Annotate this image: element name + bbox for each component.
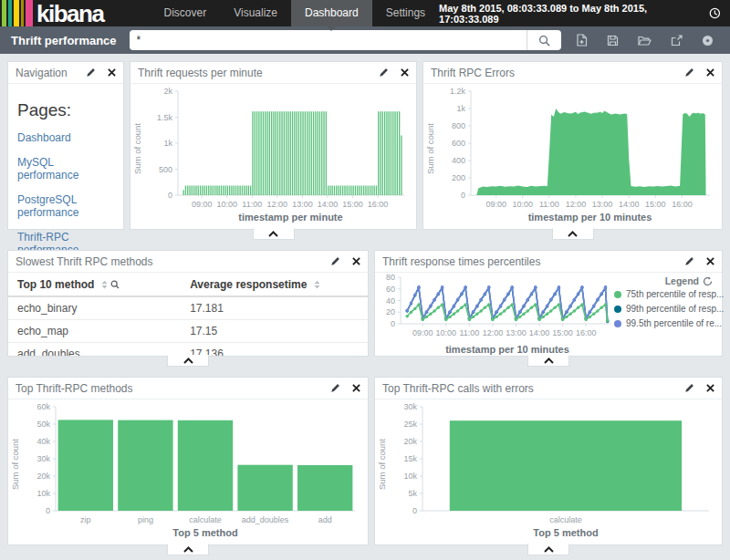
topnav-item-visualize[interactable]: Visualize [220,0,291,26]
close-panel-icon[interactable] [352,257,360,265]
time-range-picker[interactable]: May 8th 2015, 08:03:33.089 to May 8th 20… [439,0,730,26]
chevron-up-icon [183,358,193,364]
dashboard-toolbar [576,34,719,47]
svg-text:12:00: 12:00 [566,200,587,209]
svg-text:60k: 60k [36,402,50,411]
requests-bar-chart[interactable]: 05001k1.5k2k09:0010:0011:0012:0013:0014:… [143,86,410,212]
calls-with-errors-bar-chart[interactable]: 05k10k15k20k25k30kcalculate [388,401,714,527]
filter-icon[interactable] [702,35,714,47]
topnav-item-settings[interactable]: Settings [372,0,439,26]
legend-toggle[interactable]: Legend [614,275,713,286]
svg-text:12:00: 12:00 [483,328,504,337]
svg-text:10:00: 10:00 [436,328,457,337]
close-panel-icon[interactable] [108,68,116,77]
svg-text:0: 0 [168,191,172,200]
panel-title: Top Thrift-RPC methods [16,382,330,395]
page-link-postgresql-performance[interactable]: PostgreSQL performance [17,193,114,219]
topnav-item-discover[interactable]: Discover [151,0,221,26]
slowest-methods-table: Top 10 method Average responsetime [8,273,368,356]
panel-calls-with-errors: Top Thrift-RPC calls with errors Sum of … [374,377,723,545]
column-header-responsetime[interactable]: Average responsetime [181,273,368,296]
close-panel-icon[interactable] [401,68,409,77]
table-row: echo_binary17.181 [8,296,368,320]
percentiles-line-chart[interactable]: 02040608009:0010:0011:0012:0013:0014:001… [375,273,614,340]
query-input[interactable] [130,30,527,50]
svg-text:800: 800 [452,121,465,130]
svg-text:60: 60 [386,285,395,294]
page-link-mysql-performance[interactable]: MySQL performance [17,156,114,181]
panel-collapse-toggle[interactable] [253,228,295,240]
save-dashboard-icon[interactable] [607,35,619,47]
svg-text:ping: ping [138,515,153,524]
svg-text:0: 0 [46,506,50,515]
close-panel-icon[interactable] [706,384,714,392]
svg-text:14:00: 14:00 [529,328,550,337]
svg-text:12:00: 12:00 [267,200,288,209]
close-panel-icon[interactable] [706,257,714,265]
panel-title: Thrift response times percentiles [382,255,684,268]
svg-text:11:00: 11:00 [539,200,559,209]
svg-text:14:00: 14:00 [619,200,640,209]
page-links: DashboardMySQL performancePostgreSQL per… [17,131,114,256]
svg-text:11:00: 11:00 [242,200,262,209]
edit-panel-icon[interactable] [684,383,694,393]
errors-area-chart[interactable]: 02004006008001k1.2k09:0010:0011:0012:001… [436,86,715,212]
panel-collapse-toggle[interactable] [167,544,209,555]
legend-item[interactable]: 99.5th percentile of re... [614,318,713,328]
pages-heading: Pages: [17,100,114,120]
svg-text:10k: 10k [36,489,50,498]
kibana-logo[interactable]: kibana [0,0,151,26]
svg-text:zip: zip [80,515,91,524]
panel-collapse-toggle[interactable] [552,228,594,240]
panel-collapse-toggle[interactable] [167,355,209,367]
y-axis-title: Sum of count [8,401,21,527]
svg-text:add: add [318,515,332,524]
svg-text:10:00: 10:00 [513,200,534,209]
page-link-dashboard[interactable]: Dashboard [17,131,114,144]
edit-panel-icon[interactable] [86,67,96,78]
svg-text:25k: 25k [403,420,417,429]
method-cell: echo_map [8,320,181,343]
svg-text:09:00: 09:00 [412,328,433,337]
svg-text:13:00: 13:00 [292,200,313,209]
svg-text:20k: 20k [403,437,417,446]
legend-color-dot-icon [614,320,621,327]
svg-text:1k: 1k [456,104,465,113]
edit-panel-icon[interactable] [379,67,389,78]
sort-icon [314,280,320,289]
svg-text:30k: 30k [403,402,417,411]
edit-panel-icon[interactable] [684,256,694,266]
new-dashboard-icon[interactable] [576,34,588,47]
svg-text:0: 0 [412,506,417,515]
edit-panel-icon[interactable] [330,383,340,393]
top-methods-bar-chart[interactable]: 010k20k30k40k50k60kzippingcalculateadd_d… [21,401,360,527]
chevron-up-icon [268,231,278,237]
svg-text:09:00: 09:00 [192,200,213,209]
responsetime-cell: 17.136 [181,343,368,357]
svg-text:10k: 10k [403,472,417,481]
load-dashboard-icon[interactable] [638,35,652,47]
legend-item[interactable]: 75th percentile of resp... [614,289,713,299]
panel-collapse-toggle[interactable] [527,544,569,555]
panel-title: Thrift requests per minute [138,67,379,79]
close-panel-icon[interactable] [352,384,360,392]
x-axis-title: Top 5 method [8,527,368,542]
kibana-logo-stripes-icon [2,0,35,26]
panel-title: Slowest Thrift RPC methods [16,255,330,268]
panel-collapse-toggle[interactable] [527,355,569,367]
panel-thrift-rpc-errors: Thrift RPC Errors Sum of count 020040060… [422,61,723,230]
legend-label: 99th percentile of resp... [626,304,724,314]
close-panel-icon[interactable] [706,68,714,77]
svg-text:20k: 20k [36,472,50,481]
legend-color-dot-icon [614,291,621,298]
edit-panel-icon[interactable] [330,256,340,266]
legend-item[interactable]: 99th percentile of resp... [614,304,713,314]
x-axis-title: Top 5 method [375,527,722,542]
edit-panel-icon[interactable] [684,67,694,78]
share-icon[interactable] [671,35,683,47]
topnav-item-dashboard[interactable]: Dashboard [291,0,372,26]
search-button[interactable] [527,30,561,50]
method-cell: add_doubles [8,343,181,357]
column-header-method[interactable]: Top 10 method [8,273,181,296]
table-row: echo_map17.15 [8,320,368,343]
